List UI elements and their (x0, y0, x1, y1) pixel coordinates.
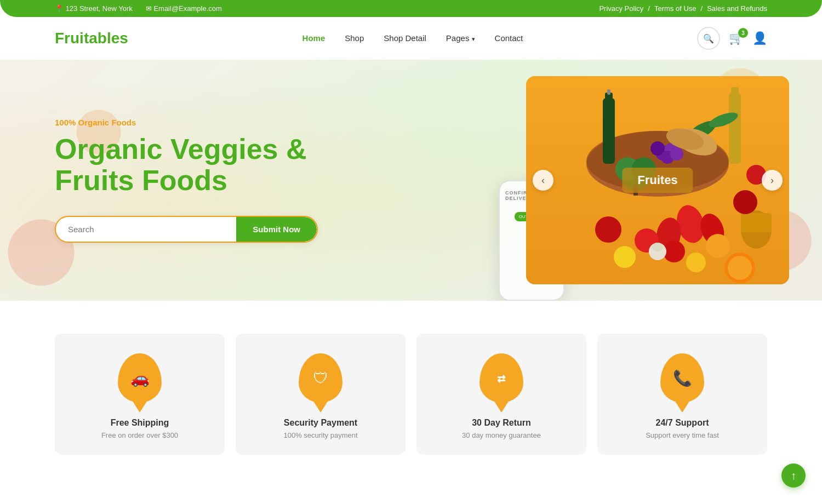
feature-icon-wrap-support: 📞 (658, 353, 707, 408)
nav-right: 🔍 🛒 3 👤 (697, 27, 767, 50)
privacy-policy-link[interactable]: Privacy Policy (599, 4, 643, 13)
feature-title-return: 30 Day Return (472, 418, 531, 428)
features-grid: 🚗 Free Shipping Free on order over $300 … (55, 334, 767, 455)
feature-desc-security: 100% security payment (283, 431, 357, 439)
feature-desc-support: Support every time fast (646, 431, 719, 439)
shield-icon: 🛡 (313, 369, 328, 387)
svg-rect-6 (731, 87, 739, 97)
svg-point-19 (706, 234, 730, 258)
hero-search-bar: Submit Now (55, 216, 318, 243)
topbar-right: Privacy Policy / Terms of Use / Sales an… (599, 4, 767, 13)
feature-card-security: 🛡 Security Payment 100% security payment (236, 334, 406, 455)
sales-refunds-link[interactable]: Sales and Refunds (707, 4, 767, 13)
location-icon: 📍 (55, 4, 64, 13)
svg-rect-5 (729, 93, 741, 164)
svg-point-33 (733, 190, 757, 214)
hero-fruit-panel: Fruites ‹ › (526, 76, 789, 284)
feature-card-shipping: 🚗 Free Shipping Free on order over $300 (55, 334, 225, 455)
features-section: 🚗 Free Shipping Free on order over $300 … (0, 301, 822, 477)
hero-title: Organic Veggies & Fruits Foods (55, 134, 318, 196)
search-input[interactable] (56, 217, 236, 242)
support-pin: 📞 (660, 353, 704, 403)
nav-item-shop-detail[interactable]: Shop Detail (384, 33, 426, 43)
svg-point-32 (595, 216, 621, 243)
nav-item-shop[interactable]: Shop (345, 33, 364, 43)
topbar-left: 📍 123 Street, New York ✉ Email@Example.c… (55, 4, 222, 13)
email: ✉ Email@Example.com (146, 4, 222, 13)
feature-card-support: 📞 24/7 Support Support every time fast (597, 334, 767, 455)
email-icon: ✉ (146, 4, 152, 13)
svg-point-18 (614, 246, 636, 268)
slider-prev-button[interactable]: ‹ (533, 170, 553, 191)
svg-point-20 (686, 253, 706, 272)
phone-icon: 📞 (673, 369, 692, 387)
feature-title-shipping: Free Shipping (111, 418, 169, 428)
logo: Fruitables (55, 30, 128, 47)
search-button[interactable]: 🔍 (697, 27, 720, 50)
svg-rect-2 (603, 98, 615, 164)
svg-point-22 (728, 256, 752, 280)
svg-point-27 (670, 147, 683, 161)
feature-title-security: Security Payment (284, 418, 357, 428)
hero-content: 100% Organic Foods Organic Veggies & Fru… (0, 85, 373, 276)
svg-rect-8 (741, 213, 772, 232)
feature-card-return: ⇄ 30 Day Return 30 day money guarantee (416, 334, 586, 455)
svg-point-29 (652, 243, 663, 251)
user-icon: 👤 (752, 31, 767, 45)
exchange-icon: ⇄ (497, 370, 506, 386)
slider-next-button[interactable]: › (762, 170, 783, 191)
feature-desc-shipping: Free on order over $300 (101, 431, 178, 439)
feature-icon-wrap-security: 🛡 (296, 353, 345, 408)
shipping-pin: 🚗 (118, 353, 162, 403)
fruits-illustration: Fruites ‹ › (526, 76, 789, 284)
hero-tag: 100% Organic Foods (55, 118, 318, 127)
feature-icon-wrap-shipping: 🚗 (115, 353, 164, 408)
feature-icon-wrap-return: ⇄ (477, 353, 526, 408)
nav-item-home[interactable]: Home (302, 33, 326, 43)
topbar: 📍 123 Street, New York ✉ Email@Example.c… (0, 0, 822, 17)
terms-link[interactable]: Terms of Use (654, 4, 697, 13)
submit-button[interactable]: Submit Now (236, 217, 317, 242)
nav-links: Home Shop Shop Detail Pages ▾ Contact (302, 33, 523, 43)
feature-title-support: 24/7 Support (656, 418, 709, 428)
svg-rect-4 (607, 89, 610, 95)
return-pin: ⇄ (480, 353, 523, 403)
car-icon: 🚗 (130, 369, 150, 387)
arrow-up-icon: ↑ (791, 469, 796, 477)
nav-item-pages[interactable]: Pages ▾ (446, 33, 475, 43)
slider-label: Fruites (622, 168, 693, 193)
search-icon: 🔍 (703, 33, 714, 44)
cart-button[interactable]: 🛒 3 (729, 31, 744, 45)
navbar: Fruitables Home Shop Shop Detail Pages ▾… (0, 17, 822, 60)
hero-section: 100% Organic Foods Organic Veggies & Fru… (0, 60, 822, 301)
address: 📍 123 Street, New York (55, 4, 133, 13)
pages-dropdown-icon: ▾ (472, 36, 475, 42)
feature-desc-return: 30 day money guarantee (462, 431, 541, 439)
user-button[interactable]: 👤 (752, 31, 767, 45)
cart-badge: 3 (738, 28, 748, 38)
nav-item-contact[interactable]: Contact (495, 33, 523, 43)
security-pin: 🛡 (299, 353, 342, 403)
